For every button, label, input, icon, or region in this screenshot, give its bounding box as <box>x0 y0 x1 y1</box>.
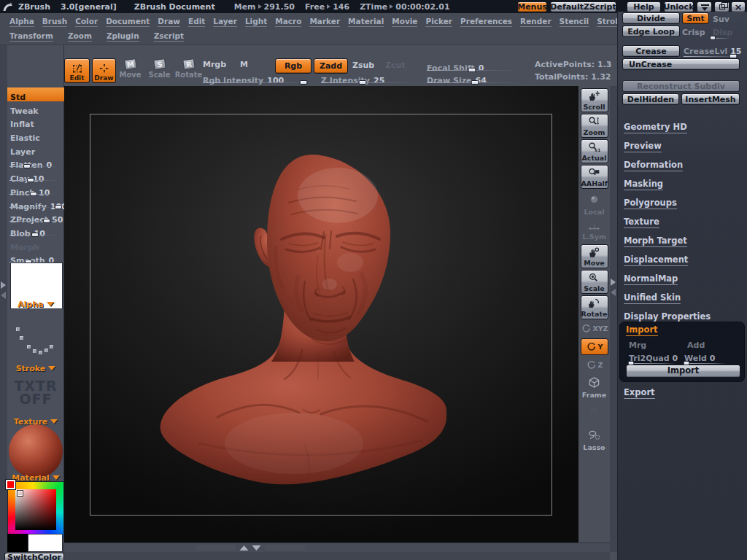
menu-item[interactable]: Preferences <box>460 17 512 27</box>
local-button[interactable]: Local <box>581 192 608 217</box>
brush-zproject[interactable]: ZProject50 <box>7 210 64 224</box>
color-cursor[interactable] <box>18 491 23 496</box>
brush-slider-track[interactable] <box>9 235 63 236</box>
rotate-nav-button[interactable]: Rotate <box>581 295 608 319</box>
palette-section-link[interactable]: Masking <box>624 179 663 190</box>
mrg-toggle[interactable]: Mrg <box>629 341 646 350</box>
brush-layer[interactable]: Layer <box>7 142 64 156</box>
menu-item[interactable]: Render <box>520 17 551 27</box>
z-intensity-slider[interactable]: Z Intensity25 <box>321 72 384 86</box>
menu-item[interactable]: Document <box>106 17 150 27</box>
slider-handle[interactable] <box>23 164 31 168</box>
palette-section-link[interactable]: Preview <box>624 141 662 152</box>
menu-item[interactable]: Movie <box>392 17 417 27</box>
restore-button[interactable] <box>714 1 729 12</box>
brush-pinch[interactable]: Pinch10 <box>7 183 64 197</box>
slider-handle[interactable] <box>27 178 34 182</box>
brush-std[interactable]: Std <box>7 88 64 101</box>
tri2quad-track[interactable] <box>629 363 676 364</box>
menus-button[interactable]: Menus <box>517 1 547 12</box>
move-nav-button[interactable]: Move <box>581 244 608 268</box>
tray-up-arrow-icon[interactable] <box>240 545 249 551</box>
texture-off-thumbnail[interactable]: TXTROFF <box>7 379 64 405</box>
brush-slider-track[interactable] <box>9 207 63 208</box>
frame-button[interactable]: Frame <box>581 375 608 400</box>
menu-item[interactable]: Color <box>75 17 98 27</box>
default-zscript-button[interactable]: DefaultZScript <box>550 1 616 12</box>
scale-nav-button[interactable]: Scale <box>581 270 608 294</box>
tray-close-arrow-icon[interactable] <box>611 289 616 296</box>
lasso-button[interactable]: Lasso <box>581 427 608 452</box>
brush-tweak[interactable]: Tweak <box>7 101 64 115</box>
menu-item[interactable]: Zscript <box>154 31 184 42</box>
brush-slider-track[interactable] <box>9 221 63 222</box>
zoom-button[interactable]: Zoom <box>581 114 608 138</box>
switch-color-button[interactable]: SwitchColor <box>4 553 64 560</box>
slider-handle[interactable] <box>30 192 37 196</box>
divide-button[interactable]: Divide <box>622 12 680 24</box>
draw-button[interactable]: Draw <box>92 58 116 83</box>
rotate-z-button[interactable]: Z <box>581 358 608 372</box>
rgb-toggle[interactable]: Rgb <box>275 58 311 74</box>
palette-section-link[interactable]: Displacement <box>624 254 688 266</box>
transp-button[interactable]: Transp <box>581 402 608 424</box>
slider-handle[interactable] <box>299 80 307 85</box>
menu-item[interactable]: Material <box>348 17 384 27</box>
color-picker[interactable] <box>7 481 64 538</box>
palette-section-link[interactable]: Polygroups <box>624 198 677 209</box>
palette-section-link[interactable]: Unified Skin <box>624 292 681 304</box>
brush-slider-track[interactable] <box>9 194 63 195</box>
palette-section-link[interactable]: Deformation <box>624 160 683 171</box>
menu-item[interactable]: Zoom <box>68 31 92 42</box>
aahalf-button[interactable]: AAHalf <box>581 165 608 189</box>
tray-down-arrow-icon[interactable] <box>252 545 261 551</box>
menu-item[interactable]: Transform <box>9 31 53 42</box>
uncrease-button[interactable]: UnCrease <box>622 58 740 70</box>
rotate-y-button[interactable]: Y <box>581 338 608 355</box>
tray-open-arrow-icon[interactable] <box>611 279 616 286</box>
draw-size-track[interactable] <box>427 82 519 83</box>
crisp-toggle[interactable]: Crisp <box>682 28 705 37</box>
menu-item[interactable]: Draw <box>158 17 180 27</box>
zsub-toggle[interactable]: Zsub <box>352 61 374 70</box>
menu-item[interactable]: Layer <box>213 17 237 27</box>
lsym-button[interactable]: L.Sym <box>581 221 608 241</box>
bottom-tray-divider[interactable] <box>64 542 610 552</box>
crease-button[interactable]: Crease <box>622 45 680 57</box>
rotate-xyz-button[interactable]: XYZ <box>581 322 608 335</box>
tri2quad-slider[interactable]: Tri2Quad 0 <box>629 354 678 363</box>
stroke-selector[interactable]: Stroke <box>7 360 64 374</box>
brush-morph[interactable]: Morph <box>7 238 64 252</box>
menu-item[interactable]: Edit <box>188 17 205 27</box>
scroll-button[interactable]: Scroll <box>581 88 608 112</box>
actual-button[interactable]: Actual <box>581 139 608 163</box>
brush-clay[interactable]: Clay10 <box>7 169 64 183</box>
unlock-button[interactable]: Unlock <box>664 1 694 12</box>
brush-elastic[interactable]: Elastic <box>7 128 64 142</box>
right-tray-divider[interactable] <box>610 86 617 552</box>
menu-item[interactable]: Marker <box>309 17 340 27</box>
brush-inflat[interactable]: Inflat <box>7 114 64 128</box>
menu-item[interactable]: Stencil <box>560 17 589 27</box>
brush-slider-track[interactable] <box>9 180 63 181</box>
divider-grip[interactable] <box>196 545 236 551</box>
palette-section-link[interactable]: Geometry HD <box>624 122 687 133</box>
stroke-thumbnail[interactable] <box>7 322 64 362</box>
rgb-intensity-slider[interactable]: Rgb Intensity100 <box>203 72 284 86</box>
palette-section-link[interactable]: Morph Target <box>624 236 687 247</box>
menu-item[interactable]: Picker <box>425 17 452 27</box>
palette-section-link[interactable]: Texture <box>624 217 659 228</box>
import-button[interactable]: Import <box>626 365 740 378</box>
close-button[interactable]: × <box>731 1 746 12</box>
export-section-link[interactable]: Export <box>624 387 655 399</box>
move-tool[interactable]: M Move <box>118 59 142 84</box>
edit-button[interactable]: Edit <box>64 58 90 83</box>
suv-toggle[interactable]: Suv <box>713 15 729 24</box>
menu-item[interactable]: Macro <box>275 17 301 27</box>
add-toggle[interactable]: Add <box>687 341 705 350</box>
crease-lvl-track[interactable] <box>684 56 739 57</box>
focal-shift-track[interactable] <box>427 70 519 71</box>
divider-grip[interactable] <box>265 545 306 551</box>
del-hidden-button[interactable]: DelHidden <box>622 93 679 105</box>
weld-track[interactable] <box>684 363 727 364</box>
